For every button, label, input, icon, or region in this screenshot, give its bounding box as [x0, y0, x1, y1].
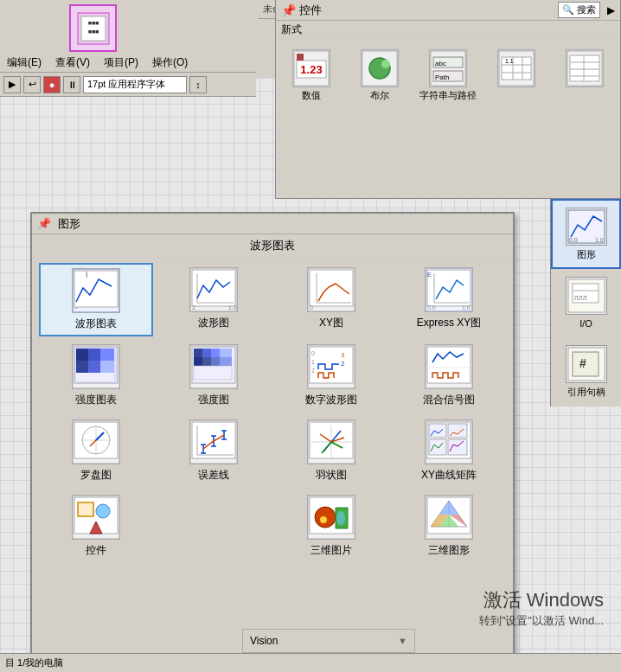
undo-button[interactable]: ↩ [23, 76, 41, 93]
svg-rect-66 [76, 361, 88, 373]
svg-rect-69 [76, 373, 114, 381]
svg-text:#: # [579, 356, 586, 370]
control-label: 控件 [86, 543, 106, 558]
align-button[interactable]: ↕ [189, 76, 207, 93]
search-label: 搜索 [577, 3, 596, 16]
svg-rect-44 [192, 270, 235, 306]
svg-point-136 [320, 516, 327, 523]
digital-waveform-icon: 0 1 2 3 2 [307, 344, 355, 389]
menu-operate[interactable]: 操作(O) [149, 54, 191, 72]
3d-picture-label: 三维图片 [310, 543, 352, 558]
xy-graph-icon: 0 [307, 267, 355, 312]
array-icon: 1.1 [497, 49, 535, 87]
compass-icon [72, 419, 120, 464]
right-panel-graph[interactable]: 0.0 1.0 图形 [551, 199, 621, 269]
menu-project[interactable]: 项目(P) [100, 54, 142, 72]
graphics-xy-matrix[interactable]: XY曲线矩阵 [392, 415, 506, 487]
graphics-mixed-signal[interactable]: 混合信号图 [392, 340, 506, 412]
svg-point-131 [96, 504, 110, 518]
express-xy-icon: E 0.0 1.0 [425, 267, 473, 312]
palette-item-numeric[interactable]: 1.23 数值 [279, 45, 344, 106]
graphics-3d-graph[interactable]: 三维图形 [392, 490, 506, 562]
mixed-signal-label: 混合信号图 [423, 393, 475, 407]
svg-text:1.0: 1.0 [462, 304, 471, 310]
string-path-label: 字符串与路径 [419, 90, 477, 101]
menu-view[interactable]: 查看(V) [52, 54, 93, 72]
svg-rect-72 [194, 349, 202, 357]
graphics-palette-title: 图形 [58, 216, 80, 232]
svg-text:■■■: ■■■ [87, 29, 99, 35]
3d-graph-icon [425, 495, 473, 540]
svg-rect-40 [74, 271, 118, 307]
control-icon [72, 495, 120, 540]
numeric-label: 数值 [302, 90, 321, 101]
svg-text:⌇: ⌇ [85, 271, 88, 279]
svg-rect-68 [100, 361, 114, 373]
node-box[interactable]: ■■■ ■■■ [69, 4, 117, 52]
toolbar: ▶ ↩ ● ⏸ 17pt 应用程序字体 ↕ [0, 73, 256, 97]
graphics-compass[interactable]: 罗盘图 [39, 415, 153, 487]
svg-text:0.0: 0.0 [427, 304, 436, 310]
right-panel-refnum[interactable]: # 引用句柄 [551, 337, 621, 406]
graphics-xy-graph[interactable]: 0 XY图 [274, 263, 388, 336]
svg-text:~: ~ [74, 305, 78, 311]
vision-arrow: ▼ [398, 636, 407, 646]
right-panel-io[interactable]: ⎍⎍⎍ I/O [551, 269, 621, 337]
palette-title: 控件 [299, 3, 554, 18]
compass-label: 罗盘图 [80, 468, 112, 483]
palette-item-array[interactable]: 1.1 [483, 45, 548, 106]
svg-text:Path: Path [435, 74, 449, 81]
watermark-line1: 激活 Windows [479, 587, 604, 613]
string-path-icon: abc Path [429, 49, 467, 87]
font-selector[interactable]: 17pt 应用程序字体 [83, 76, 187, 93]
waveform-graph-label: 波形图 [198, 316, 229, 330]
svg-rect-63 [76, 349, 88, 361]
status-text: 目 1/我的电脑 [5, 656, 63, 669]
graphics-intensity-chart[interactable]: 强度图表 [39, 340, 153, 412]
svg-point-137 [336, 511, 345, 525]
svg-text:⎍⎍⎍: ⎍⎍⎍ [574, 294, 587, 302]
graphics-intensity-graph[interactable]: 强度图 [157, 340, 271, 412]
xy-matrix-icon [425, 419, 473, 464]
xy-matrix-label: XY曲线矩阵 [421, 468, 477, 483]
graphics-title-bar: 📌 图形 [32, 214, 513, 234]
graphics-error-bar[interactable]: 误差线 [157, 415, 271, 487]
svg-text:1.1: 1.1 [505, 58, 514, 64]
search-box[interactable]: 🔍 搜索 [558, 2, 600, 18]
palette-item-bool[interactable]: 布尔 [348, 45, 413, 106]
stop-button[interactable]: ● [43, 76, 61, 93]
pause-button[interactable]: ⏸ [63, 76, 80, 93]
expand-palette-icon[interactable]: ▶ [607, 4, 615, 16]
digital-waveform-label: 数字波形图 [305, 393, 357, 407]
graphics-control[interactable]: 控件 [39, 490, 153, 562]
graphics-feather[interactable]: 羽状图 [274, 415, 388, 487]
svg-text:1.0: 1.0 [595, 237, 604, 243]
graphics-express-xy[interactable]: E 0.0 1.0 Express XY图 [392, 263, 506, 336]
palette-item-list-table[interactable] [552, 45, 617, 106]
graphics-pin-icon: 📌 [37, 217, 51, 230]
menu-edit[interactable]: 编辑(E) [3, 54, 45, 72]
svg-text:3: 3 [341, 351, 345, 359]
svg-rect-129 [78, 502, 93, 516]
graphics-digital-waveform[interactable]: 0 1 2 3 2 数字波形图 [274, 340, 388, 412]
svg-text:0: 0 [311, 350, 315, 356]
search-icon: 🔍 [562, 4, 574, 16]
graph-panel-label: 图形 [577, 249, 596, 260]
vision-bar: Vision ▼ [242, 629, 415, 653]
svg-rect-73 [202, 349, 211, 357]
activation-watermark: 激活 Windows 转到"设置"以激活 Wind... [479, 587, 604, 629]
svg-rect-74 [211, 349, 220, 357]
io-panel-icon: ⎍⎍⎍ [566, 277, 607, 315]
waveform-chart-label: 波形图表 [75, 317, 117, 331]
graphics-waveform-graph[interactable]: 2 1.0 波形图 [157, 263, 271, 336]
graphics-section-title: 波形图表 [32, 234, 513, 258]
graphics-waveform-chart[interactable]: ~ ⌇ 波形图表 [39, 263, 153, 336]
run-button[interactable]: ▶ [3, 76, 21, 93]
svg-rect-67 [88, 361, 100, 373]
right-panel: 0.0 1.0 图形 ⎍⎍⎍ I/O # 引用句柄 [550, 199, 621, 406]
palette-item-string-path[interactable]: abc Path 字符串与路径 [416, 45, 481, 106]
waveform-chart-icon: ~ ⌇ [72, 268, 120, 313]
refnum-panel-label: 引用句柄 [567, 387, 605, 398]
graphics-3d-picture[interactable]: 三维图片 [274, 490, 388, 562]
mixed-signal-icon [425, 344, 473, 389]
